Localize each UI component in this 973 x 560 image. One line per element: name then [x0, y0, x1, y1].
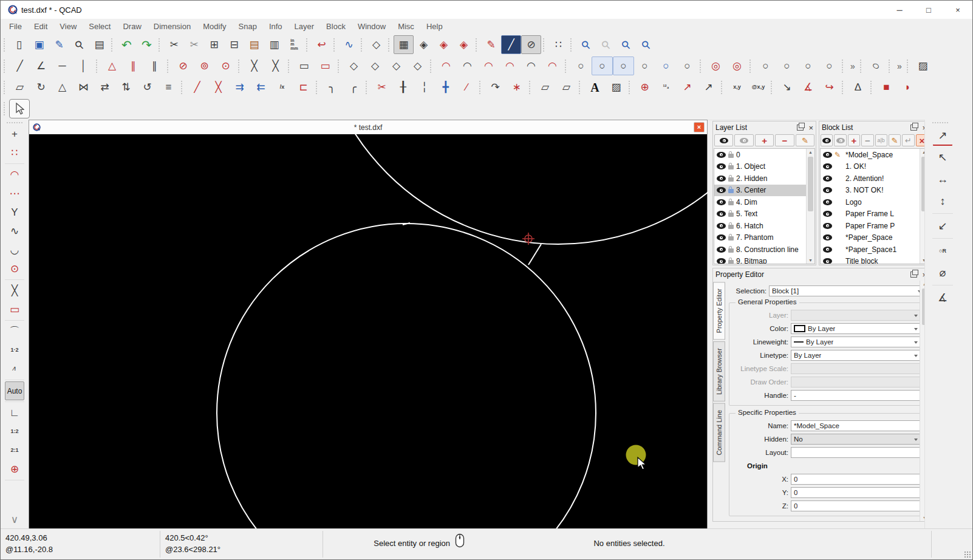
property-control[interactable]: No — [791, 434, 921, 445]
layer-lock-icon[interactable] — [728, 201, 734, 205]
block-row-not-ok[interactable]: ✎ 3. NOT OK! — [821, 185, 920, 197]
document-close-button[interactable]: × — [694, 122, 705, 132]
line-2-points-button[interactable]: ╱ — [9, 56, 30, 75]
save-button[interactable]: ▣ — [29, 35, 49, 54]
text-leader-button[interactable]: ↗ — [698, 78, 719, 97]
circle-tangent-point-entity-button[interactable]: ○ — [819, 56, 840, 75]
scroll-thumb[interactable] — [808, 157, 813, 211]
round-button[interactable]: ╮ — [321, 78, 343, 97]
pie-fill-button[interactable]: ◗ — [897, 78, 918, 97]
menu-draw[interactable]: Draw — [117, 19, 147, 34]
dim-rotated-button[interactable]: ↖ — [932, 146, 953, 168]
snap-grid-button[interactable]: ∷ — [5, 143, 24, 162]
isometric-grid-button[interactable]: ◈ — [414, 35, 434, 54]
save-as-button[interactable]: ✎ — [49, 35, 69, 54]
line-angle-button[interactable]: ∠ — [30, 56, 52, 75]
layer-visibility-eye-icon[interactable] — [717, 247, 726, 253]
snap-distance-manual-button[interactable]: 1·2 — [5, 341, 24, 360]
layer-lock-icon[interactable] — [728, 248, 734, 253]
trim-both-button[interactable]: ╳ — [208, 78, 229, 97]
block-visibility-eye-icon[interactable] — [823, 234, 832, 241]
layer-visibility-eye-icon[interactable] — [717, 258, 726, 264]
layer-row-hatch[interactable]: 6. Hatch — [714, 220, 806, 232]
menu-info[interactable]: Info — [263, 19, 288, 34]
remove-block-button[interactable]: − — [861, 134, 873, 146]
snap-intersection-manual-button[interactable]: ╳ — [5, 281, 24, 300]
back-button[interactable]: ↩ — [312, 35, 332, 54]
menu-window[interactable]: Window — [352, 19, 392, 34]
layer-row-dim[interactable]: 4. Dim — [714, 196, 806, 208]
dim-radial-button[interactable]: ○R — [932, 240, 953, 262]
block-visibility-eye-icon[interactable] — [823, 152, 832, 158]
split-button[interactable]: ∕ — [456, 78, 477, 97]
block-visibility-eye-icon[interactable] — [823, 187, 832, 193]
spline-tool-button[interactable]: ∿ — [339, 35, 359, 54]
dim-diametric-button[interactable]: ⌀ — [932, 262, 953, 284]
layer-visibility-eye-icon[interactable] — [717, 163, 726, 169]
dim-horizontal-button[interactable]: ↔ — [932, 168, 953, 190]
layer-visibility-eye-icon[interactable] — [717, 211, 726, 217]
float-panel-button[interactable] — [797, 125, 804, 131]
layer-row-construction[interactable]: 8. Construction line — [714, 244, 806, 256]
mirror-button[interactable]: ⋈ — [73, 78, 94, 97]
move-copy-button[interactable]: ▱ — [9, 78, 30, 97]
coordinate-xy-button[interactable]: x,y — [726, 78, 748, 97]
arc-3-points-button[interactable]: ◠ — [457, 56, 478, 75]
rotate-two-button[interactable]: ↺ — [137, 78, 158, 97]
document-titlebar[interactable]: * test.dxf × — [29, 120, 707, 135]
cut-button[interactable]: ✂ — [164, 35, 184, 54]
layer-lock-icon[interactable] — [728, 225, 734, 229]
snap-tangential-button[interactable]: ◡ — [5, 241, 24, 259]
projection-left-button[interactable]: ◈ — [434, 35, 454, 54]
tab-property-editor[interactable]: Property Editor — [713, 282, 725, 340]
flip-horizontal-button[interactable]: ⇄ — [94, 78, 115, 97]
drawing-canvas[interactable] — [29, 134, 707, 530]
menu-help[interactable]: Help — [420, 19, 449, 34]
line-relative-angle-button[interactable]: ╳ — [265, 56, 286, 75]
toolbar-drag-handle[interactable] — [932, 122, 948, 123]
menu-edit[interactable]: Edit — [28, 19, 53, 34]
polygon-2-corners-button[interactable]: ◇ — [407, 56, 428, 75]
float-panel-button[interactable] — [910, 271, 917, 278]
property-control[interactable]: By Layer — [791, 350, 921, 361]
layer-row-object[interactable]: 1. Object — [714, 161, 806, 173]
leader-button[interactable]: ↗ — [677, 78, 698, 97]
layer-visibility-eye-icon[interactable] — [717, 234, 726, 241]
property-control[interactable]: 0 — [791, 487, 921, 498]
add-layer-button[interactable]: + — [755, 134, 774, 146]
snap-middle-button[interactable]: ▭ — [5, 300, 24, 319]
snap-on-entity-button[interactable]: ⋯ — [5, 184, 24, 203]
line-parallel-through-point-button[interactable]: ∥ — [144, 56, 165, 75]
point-sequence-button[interactable]: ¹²₃ — [655, 78, 677, 97]
linetype-display-button[interactable]: ╱ — [501, 35, 521, 54]
layer-row-0[interactable]: 0 — [714, 149, 806, 161]
float-panel-button[interactable] — [910, 125, 917, 131]
layer-row-phantom[interactable]: 7. Phantom — [714, 232, 806, 244]
projection-right-button[interactable]: ◈ — [454, 35, 474, 54]
rotate-button[interactable]: ↻ — [30, 78, 52, 97]
show-all-blocks-button[interactable] — [821, 134, 833, 146]
menu-select[interactable]: Select — [83, 19, 117, 34]
rectangle-size-button[interactable]: ▭ — [315, 56, 336, 75]
menu-misc[interactable]: Misc — [392, 19, 420, 34]
measure-angle-button[interactable]: ∆ — [847, 78, 869, 97]
minimize-button[interactable]: ─ — [885, 1, 914, 19]
menu-snap[interactable]: Snap — [233, 19, 263, 34]
snap-polar-coordinate-2-button[interactable]: 2:1 — [5, 441, 24, 460]
menu-layer[interactable]: Layer — [288, 19, 321, 34]
snap-more-button[interactable]: ∨ — [5, 510, 24, 529]
circle-entity-large[interactable] — [217, 224, 596, 530]
polygon-center-side-button[interactable]: ◇ — [364, 56, 386, 75]
copy-with-reference-button[interactable]: ⊟ — [224, 35, 244, 54]
circle-concentric-distance-button[interactable]: ◎ — [726, 56, 748, 75]
block-row-paper-space1[interactable]: ✎ *Paper_Space1 — [821, 244, 920, 256]
block-row-model-space[interactable]: ✎ *Model_Space — [821, 149, 920, 161]
hide-all-layers-button[interactable] — [734, 134, 753, 146]
layer-visibility-eye-icon[interactable] — [717, 187, 726, 193]
shorten-button[interactable]: ⇇ — [250, 78, 271, 97]
layer-lock-icon[interactable] — [728, 260, 734, 264]
circle-tangent-2-entities-button[interactable]: ○ — [755, 56, 776, 75]
property-control[interactable]: By Layer — [791, 323, 921, 334]
layer-visibility-eye-icon[interactable] — [717, 199, 726, 205]
measure-distance-entity-point-button[interactable]: ∡ — [797, 78, 819, 97]
